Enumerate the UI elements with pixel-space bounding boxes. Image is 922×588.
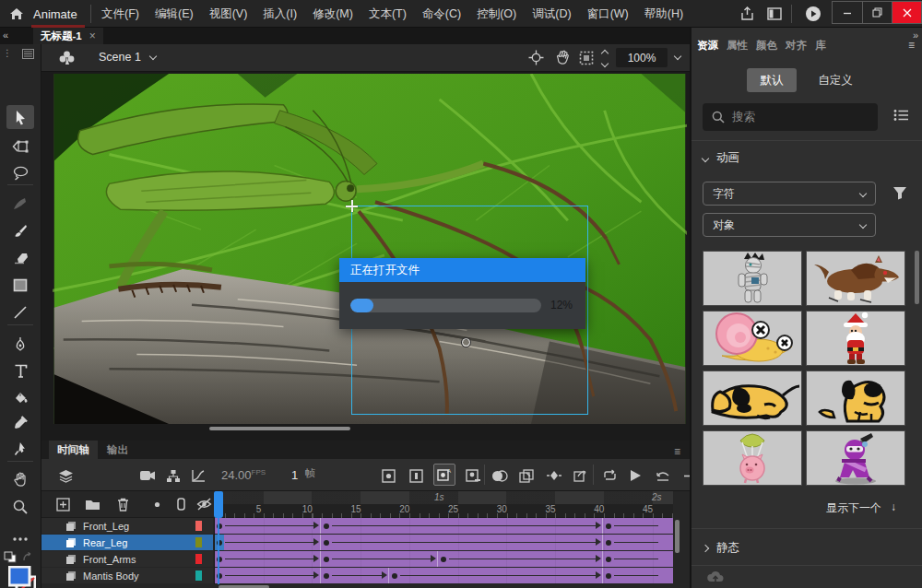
search-input[interactable]: 搜索 [703,103,878,131]
hide-all-layers-icon[interactable] [195,496,212,512]
fluid-brush-tool[interactable] [6,192,34,216]
pen-tool[interactable] [6,332,34,356]
more-tools-button[interactable] [6,527,34,551]
layers-stack-icon[interactable] [56,466,75,485]
add-layer-button[interactable] [54,496,71,512]
close-button[interactable] [892,2,921,23]
menu-debug[interactable]: 调试(D) [532,6,571,22]
tab-timeline[interactable]: 时间轴 [49,441,98,459]
section-animation[interactable]: 动画 [703,150,739,166]
track-rear-leg[interactable] [215,535,673,550]
camera-icon[interactable] [138,466,157,485]
cloud-upload-icon[interactable] [706,570,725,583]
hand-tool[interactable] [6,467,34,491]
assets-vertical-scrollbar[interactable] [915,251,919,304]
menu-modify[interactable]: 修改(M) [313,6,353,22]
home-icon[interactable] [9,6,24,21]
layer-row-front-arms[interactable]: Front_Arms [41,551,213,567]
object-dropdown[interactable]: 对象 [703,213,876,237]
asset-mummy[interactable] [703,251,802,306]
play-button[interactable] [626,466,644,485]
share-icon[interactable] [738,6,756,22]
line-tool[interactable] [6,300,34,324]
menu-text[interactable]: 文本(T) [369,6,407,22]
asset-ninja[interactable] [806,430,905,486]
clip-content-outline-icon[interactable] [579,51,594,65]
menu-help[interactable]: 帮助(H) [644,6,683,22]
asset-snail[interactable] [703,311,802,366]
layer-row-front-leg[interactable]: Front_Leg [41,518,213,534]
asset-dog-crouching[interactable] [703,370,802,426]
swap-colors-icon[interactable] [22,552,35,563]
document-tab-close-icon[interactable]: × [89,29,96,42]
track-front-leg[interactable] [215,518,673,534]
mode-custom-button[interactable]: 自定义 [808,68,863,92]
asset-warp-pin-tool[interactable] [6,437,34,461]
create-classic-tween-icon[interactable] [572,466,590,485]
tab-output[interactable]: 输出 [99,441,136,459]
menu-insert[interactable]: 插入(I) [263,6,297,22]
symbol-clover-icon[interactable] [58,50,76,67]
document-tab[interactable]: 无标题-1 × [33,28,103,44]
rectangle-tool[interactable] [6,273,34,297]
tab-properties[interactable]: 属性 [727,39,748,53]
playhead-handle[interactable] [214,491,223,518]
menu-view[interactable]: 视图(V) [209,6,248,22]
character-dropdown[interactable]: 字符 [703,182,876,206]
scene-name[interactable]: Scene 1 [99,51,141,64]
current-frame-value[interactable]: 1 [291,468,298,482]
zoom-tool[interactable] [6,495,34,519]
highlight-layers-dot-icon[interactable] [148,496,165,512]
rotate-hand-icon[interactable] [554,50,571,65]
paint-bucket-tool[interactable] [6,385,34,409]
panel-menu-icon[interactable]: ≡ [908,39,915,52]
insert-blank-keyframe-icon[interactable] [407,466,425,485]
scene-chevron-down-icon[interactable] [149,53,157,60]
lasso-tool[interactable] [6,161,34,185]
create-motion-tween-icon[interactable] [545,466,563,485]
menu-window[interactable]: 窗口(W) [587,6,629,22]
zoom-level-value[interactable]: 100% [616,48,668,67]
track-front-arms[interactable] [215,551,673,567]
section-static[interactable]: 静态 [703,540,739,556]
zoom-stepper[interactable] [600,49,608,66]
fps-value[interactable]: 24.00FPS [221,468,266,482]
menu-file[interactable]: 文件(F) [101,6,139,22]
restore-button[interactable] [862,2,892,23]
asset-pig-parachute[interactable] [703,430,802,486]
timeline-panel-menu-icon[interactable]: ≡ [674,445,680,458]
list-view-icon[interactable] [893,109,909,122]
app-name[interactable]: Animate [33,7,77,21]
layer-parenting-icon[interactable] [164,466,183,485]
default-colors-icon[interactable] [4,551,17,563]
minimize-button[interactable] [833,2,862,23]
auto-keyframe-toggle[interactable]: A [433,464,455,486]
selection-tool[interactable] [6,105,34,129]
eyedropper-tool[interactable] [6,411,34,435]
zoom-level-chevron-icon[interactable] [674,53,681,60]
tab-assets[interactable]: 资源 [697,39,718,53]
collapse-panels-icon[interactable]: « [3,29,6,41]
transform-point-handle[interactable] [462,338,470,347]
tab-align[interactable]: 对齐 [786,39,807,53]
menu-commands[interactable]: 命令(C) [422,6,461,22]
edit-multiple-frames-icon[interactable] [517,466,536,485]
delete-layer-button[interactable] [114,496,131,512]
add-folder-button[interactable] [84,496,100,512]
workspace-layout-icon[interactable] [765,6,784,22]
filter-icon[interactable] [892,186,907,200]
show-next-link[interactable]: 显示下一个 [826,500,881,516]
timeline-tracks[interactable] [215,518,673,584]
delete-keyframe-icon[interactable] [464,466,482,485]
asset-dog-sitting[interactable] [806,370,905,426]
free-transform-tool[interactable] [6,135,34,159]
text-tool[interactable] [6,359,34,382]
menu-control[interactable]: 控制(O) [477,6,516,22]
center-stage-icon[interactable] [528,50,544,65]
timeline-vertical-scrollbar[interactable] [675,520,680,553]
outline-view-icon[interactable] [172,496,189,512]
mode-default-button[interactable]: 默认 [747,68,797,92]
menu-edit[interactable]: 编辑(E) [155,6,194,22]
loop-playback-icon[interactable] [600,466,619,485]
panel-dots-icon[interactable]: ⋮ [3,48,12,58]
